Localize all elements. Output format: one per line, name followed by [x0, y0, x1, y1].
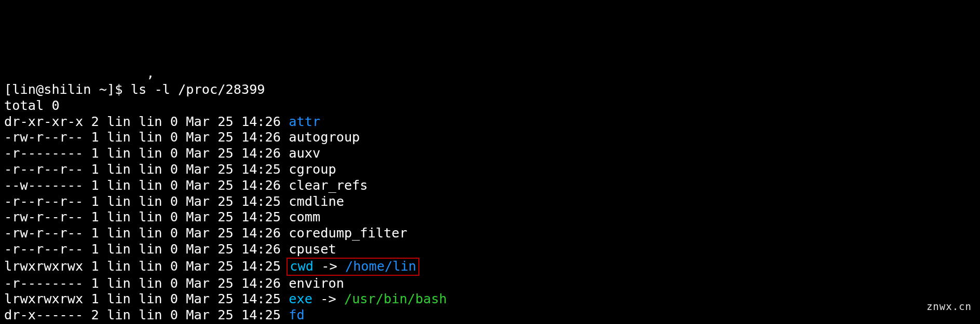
file-meta: -r--r--r-- 1 lin lin 0 Mar 25 14:26 [4, 242, 289, 257]
output-line: , [4, 66, 980, 82]
output-line: total 0 [4, 98, 980, 114]
file-meta: -rw-r--r-- 1 lin lin 0 Mar 25 14:26 [4, 226, 289, 241]
file-name: cgroup [289, 162, 336, 177]
file-listing-row: dr-x------ 2 lin lin 0 Mar 25 14:25 fd [4, 307, 980, 323]
file-meta: lrwxrwxrwx 1 lin lin 0 Mar 25 14:25 [4, 259, 289, 274]
file-listing-row: -rw-r--r-- 1 lin lin 0 Mar 25 14:25 comm [4, 209, 980, 226]
file-name: exe [289, 291, 312, 306]
file-listing-row: lrwxrwxrwx 1 lin lin 0 Mar 25 14:25 cwd … [4, 258, 980, 276]
file-meta: -r-------- 1 lin lin 0 Mar 25 14:26 [4, 146, 289, 161]
file-meta: -rw-r--r-- 1 lin lin 0 Mar 25 14:26 [4, 130, 289, 145]
terminal-output: ,[lin@shilin ~]$ ls -l /proc/28399total … [4, 66, 980, 324]
cropped-prev-line: , [4, 66, 154, 81]
file-name: autogroup [289, 130, 360, 145]
file-name: comm [289, 209, 320, 224]
file-meta: dr-xr-xr-x 2 lin lin 0 Mar 25 14:26 [4, 114, 289, 129]
symlink-target: /usr/bin/bash [344, 291, 447, 306]
symlink-arrow: -> [314, 259, 345, 274]
file-name: auxv [289, 146, 320, 161]
command: ls -l /proc/28399 [131, 82, 265, 97]
file-meta: -r--r--r-- 1 lin lin 0 Mar 25 14:25 [4, 194, 289, 209]
file-meta: dr-x------ 2 lin lin 0 Mar 25 14:25 [4, 307, 289, 322]
file-meta: lrwxrwxrwx 1 lin lin 0 Mar 25 14:25 [4, 291, 289, 306]
file-listing-row: -r-------- 1 lin lin 0 Mar 25 14:26 envi… [4, 276, 980, 292]
file-name: coredump_filter [289, 226, 407, 241]
file-listing-row: --w------- 1 lin lin 0 Mar 25 14:26 clea… [4, 178, 980, 194]
file-listing-row: lrwxrwxrwx 1 lin lin 0 Mar 25 14:25 exe … [4, 291, 980, 307]
file-listing-row: -r-------- 1 lin lin 0 Mar 25 14:26 auxv [4, 146, 980, 162]
file-name: cpuset [289, 242, 336, 257]
file-name: cmdline [289, 194, 344, 209]
file-listing-row: -r--r--r-- 1 lin lin 0 Mar 25 14:26 cpus… [4, 242, 980, 258]
file-meta: -r--r--r-- 1 lin lin 0 Mar 25 14:25 [4, 162, 289, 177]
symlink-arrow: -> [312, 291, 344, 306]
file-listing-row: -rw-r--r-- 1 lin lin 0 Mar 25 14:26 core… [4, 226, 980, 242]
symlink-target: /home/lin [345, 259, 416, 274]
file-meta: -rw-r--r-- 1 lin lin 0 Mar 25 14:25 [4, 209, 289, 224]
file-listing-row: -rw-r--r-- 1 lin lin 0 Mar 25 14:26 auto… [4, 130, 980, 146]
output-line: [lin@shilin ~]$ ls -l /proc/28399 [4, 82, 980, 98]
shell-prompt: [lin@shilin ~]$ [4, 82, 131, 97]
highlighted-entry: cwd -> /home/lin [287, 258, 419, 276]
file-listing-row: -r--r--r-- 1 lin lin 0 Mar 25 14:25 cgro… [4, 162, 980, 178]
file-name: cwd [290, 259, 314, 274]
watermark: znwx.cn [927, 299, 972, 315]
file-listing-row: -r--r--r-- 1 lin lin 0 Mar 25 14:25 cmdl… [4, 194, 980, 210]
file-name: environ [289, 276, 344, 291]
total-line: total 0 [4, 98, 60, 113]
file-meta: -r-------- 1 lin lin 0 Mar 25 14:26 [4, 276, 289, 291]
file-name: attr [289, 114, 320, 129]
file-name: clear_refs [289, 178, 367, 193]
file-listing-row: dr-xr-xr-x 2 lin lin 0 Mar 25 14:26 attr [4, 114, 980, 130]
file-name: fd [289, 307, 304, 322]
file-meta: --w------- 1 lin lin 0 Mar 25 14:26 [4, 178, 289, 193]
